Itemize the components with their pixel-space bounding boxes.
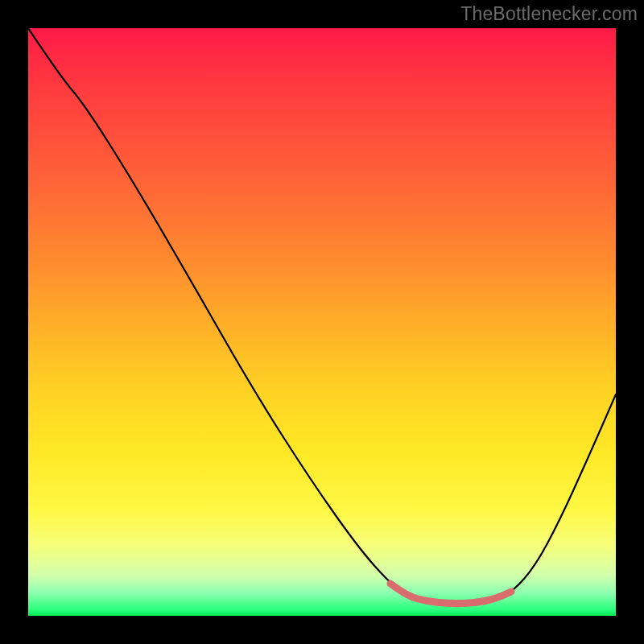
- chart-frame: TheBottlenecker.com: [0, 0, 644, 644]
- bottleneck-curve: [28, 28, 616, 604]
- watermark-label: TheBottlenecker.com: [460, 3, 638, 25]
- chart-svg: [28, 28, 616, 616]
- optimal-range-marker: [390, 584, 511, 604]
- plot-area: [28, 28, 616, 616]
